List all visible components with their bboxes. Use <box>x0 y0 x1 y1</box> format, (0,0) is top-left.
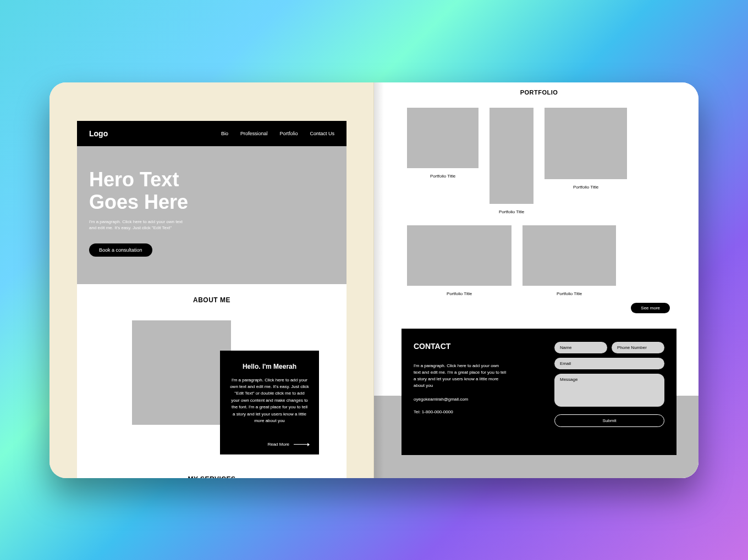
portfolio-thumb <box>407 108 479 168</box>
about-card-body: I'm a paragraph. Click here to add your … <box>230 377 309 425</box>
portfolio-item-3[interactable]: Portfolio Title <box>544 108 627 214</box>
portfolio-row-2: Portfolio Title Portfolio Title <box>402 225 676 296</box>
about-image-placeholder <box>132 320 231 425</box>
about-card-title: Hello. I'm Meerah <box>230 363 309 370</box>
hero-body: Hero Text Goes Here I'm a paragraph. Cli… <box>77 146 346 257</box>
portfolio-thumb <box>522 225 616 286</box>
portfolio-row-1: Portfolio Title Portfolio Title Portfoli… <box>402 108 676 214</box>
message-field[interactable]: Message <box>554 374 664 407</box>
logo: Logo <box>89 129 108 138</box>
portfolio-title: Portfolio Title <box>573 185 598 190</box>
portfolio-thumb <box>490 108 534 204</box>
portfolio-title: Portfolio Title <box>499 209 524 214</box>
left-page: Logo Bio Professional Portfolio Contact … <box>50 82 374 478</box>
contact-blurb: I'm a paragraph. Click here to add your … <box>414 363 507 389</box>
nav-portfolio[interactable]: Portfolio <box>279 131 298 136</box>
contact-section: CONTACT I'm a paragraph. Click here to a… <box>402 329 676 455</box>
contact-phone: Tel: 1-800-000-0000 <box>414 409 539 414</box>
right-wireframe: PORTFOLIO Portfolio Title Portfolio Titl… <box>402 89 676 455</box>
portfolio-item-2[interactable]: Portfolio Title <box>490 108 534 214</box>
right-page: PORTFOLIO Portfolio Title Portfolio Titl… <box>374 82 698 478</box>
portfolio-item-4[interactable]: Portfolio Title <box>407 225 512 296</box>
contact-email: oyegokeamirah@gmail.com <box>414 397 539 402</box>
left-wireframe: Logo Bio Professional Portfolio Contact … <box>77 121 346 478</box>
services-heading: MY SERVICES <box>77 469 346 478</box>
arrow-right-icon <box>294 444 309 445</box>
portfolio-item-5[interactable]: Portfolio Title <box>522 225 616 296</box>
hero-title-line2: Goes Here <box>89 191 346 213</box>
hero-subtitle: I'm a paragraph. Click here to add your … <box>89 219 188 231</box>
contact-form: Name Phone Number Email Message Submit <box>554 342 664 440</box>
about-section: ABOUT ME Hello. I'm Meerah I'm a paragra… <box>77 284 346 478</box>
portfolio-heading: PORTFOLIO <box>402 89 676 96</box>
portfolio-item-1[interactable]: Portfolio Title <box>407 108 479 214</box>
about-card: Hello. I'm Meerah I'm a paragraph. Click… <box>220 351 319 455</box>
about-heading: ABOUT ME <box>77 296 346 304</box>
portfolio-title: Portfolio Title <box>447 291 472 296</box>
submit-button[interactable]: Submit <box>554 414 664 427</box>
nav-bio[interactable]: Bio <box>221 131 228 136</box>
contact-heading: CONTACT <box>414 342 539 351</box>
portfolio-thumb <box>407 225 512 286</box>
email-field[interactable]: Email <box>554 358 664 369</box>
nav-professional[interactable]: Professional <box>240 131 268 136</box>
name-field[interactable]: Name <box>554 342 607 353</box>
hero-title-line1: Hero Text <box>89 168 346 191</box>
portfolio-title: Portfolio Title <box>430 174 455 179</box>
hero-section: Logo Bio Professional Portfolio Contact … <box>77 121 346 284</box>
phone-field[interactable]: Phone Number <box>612 342 664 353</box>
portfolio-thumb <box>544 108 627 179</box>
navbar: Logo Bio Professional Portfolio Contact … <box>77 121 346 146</box>
book-consultation-button[interactable]: Book a consultation <box>89 243 152 257</box>
read-more-label: Read More <box>267 442 289 447</box>
portfolio-title: Portfolio Title <box>557 291 582 296</box>
nav-contact[interactable]: Contact Us <box>310 131 334 136</box>
see-more-button[interactable]: See more <box>631 303 670 313</box>
read-more-link[interactable]: Read More <box>230 442 309 447</box>
mockup-frame: Logo Bio Professional Portfolio Contact … <box>50 82 698 478</box>
